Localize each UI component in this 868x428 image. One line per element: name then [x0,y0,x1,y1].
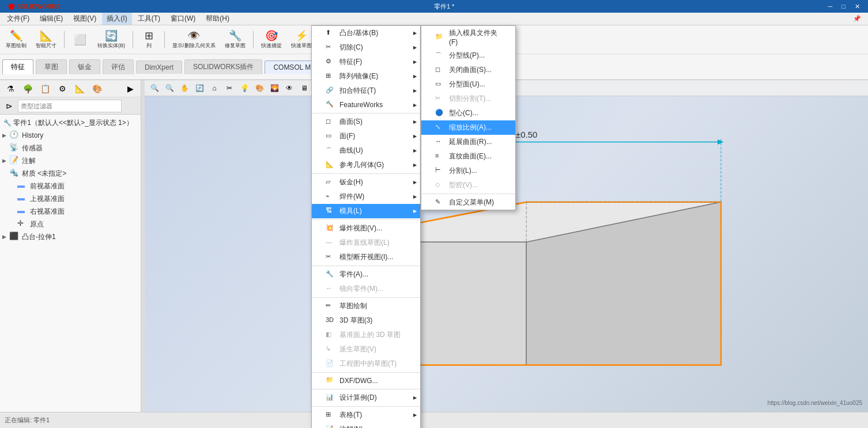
insert-dxf[interactable]: 📁 DXF/DWG... [312,374,420,388]
insert-explode-line[interactable]: — 爆炸直线草图(L) [312,236,420,250]
view-appearance[interactable]: 🎨 [253,82,266,94]
mold-insert-folder[interactable]: 📁 插入模具文件夹(F) [421,26,515,48]
view-pan[interactable]: ✋ [178,82,191,94]
panel-icon-propmgr[interactable]: 📋 [38,82,52,96]
part-title[interactable]: 🔧 零件1（默认人<<默认>_显示状态 1>） [0,117,141,129]
panel-icon-display[interactable]: 🎨 [90,82,104,96]
tab-feature[interactable]: 特征 [2,59,33,74]
menu-file[interactable]: 文件(F) [2,13,34,25]
tree-item-extrude1[interactable]: ▶ ⬛ 凸台-拉伸1 [0,230,141,243]
view-zoom-out[interactable]: 🔍 [163,82,176,94]
insert-table[interactable]: ⊞ 表格(T) [312,408,420,422]
insert-explode-view[interactable]: 💥 爆炸视图(V)... [312,221,420,236]
mold-close-surface[interactable]: ◻ 关闭曲面(S)... [421,63,515,77]
toolbar-array[interactable]: ⊞ 列 [137,28,160,51]
panel-icon-featuretree[interactable]: 🌳 [21,82,35,96]
refgeom-icon: 📐 [326,161,335,170]
toolbar-quick-snap[interactable]: 🎯 快速捕捉 [258,28,285,51]
mold-split[interactable]: ⊢ 分割(L)... [421,164,515,178]
mold-custom-menu[interactable]: ✎ 自定义菜单(M) [421,195,515,210]
menu-tools[interactable]: 工具(T) [133,13,165,25]
filter-icon[interactable]: ⊳ [2,99,16,113]
insert-refgeom[interactable]: 📐 参考几何体(G) [312,158,420,172]
insert-cut[interactable]: ✂ 切除(C) [312,40,420,55]
insert-drawingsketch[interactable]: 📄 工程图中的草图(T) [312,357,420,371]
insert-weld[interactable]: ⌁ 焊件(W) [312,190,420,204]
tree-item-history[interactable]: ▶ 🕐 History [0,129,141,142]
left-panel: ⚗ 🌳 📋 ⚙ 📐 🎨 ▶ ⊳ 🔧 零件1（默认人<<默认>_显示状态 1>） … [0,80,141,412]
mirror-icon: ↔ [326,285,335,294]
cut-icon: ✂ [326,43,335,52]
tree-item-top-plane[interactable]: ▬ 上视基准面 [0,192,141,205]
insert-sheetmetal[interactable]: ▱ 钣金(H) [312,175,420,190]
toolbar-show-rel[interactable]: 👁️ 显示/删除几何关系 [169,28,219,51]
insert-3dsketchplane[interactable]: ◧ 基准面上的 3D 草图 [312,328,420,342]
view-rotate[interactable]: 🔄 [193,82,206,94]
sketch-icon: ✏ [326,302,335,311]
toolbar-smart-dim[interactable]: 📐 智能尺寸 [32,28,60,51]
insert-derivesketch[interactable]: ↳ 派生草图(V) [312,342,420,357]
toolbar-fix-sketch[interactable]: 🔧 修复草图 [221,28,249,51]
toolbar-sketch-draw[interactable]: ✏️ 草图绘制 [2,28,30,51]
tab-evaluate[interactable]: 评估 [103,59,134,74]
tab-sheet-metal[interactable]: 钣金 [69,59,100,74]
mold-parting-surface[interactable]: ▭ 分型面(U)... [421,77,515,92]
insert-annotation[interactable]: 📝 注解(N) [312,422,420,428]
mold-cut-split[interactable]: ✂ 切割分割(T)... [421,92,515,106]
mold-scale[interactable]: ⤡ 缩放比例(A)... [421,120,515,135]
insert-face[interactable]: ▭ 面(F) [312,129,420,143]
mold-parting-line[interactable]: ⌒ 分型线(P)... [421,48,515,63]
menu-window[interactable]: 窗口(W) [166,13,200,25]
tree-area: 🔧 零件1（默认人<<默认>_显示状态 1>） ▶ 🕐 History 📡 传感… [0,115,141,412]
insert-design[interactable]: 📊 设计算例(D) [312,391,420,405]
insert-surface[interactable]: ◻ 曲面(S) [312,115,420,129]
view-home[interactable]: ⌂ [208,82,221,94]
menu-insert[interactable]: 插入(I) [102,13,131,25]
panel-icon-dimxpert[interactable]: 📐 [73,82,86,96]
insert-mirror-part[interactable]: ↔ 镜向零件(M)... [312,282,420,296]
insert-pattern[interactable]: ⊞ 阵列/镜像(E) [312,69,420,84]
view-monitor[interactable]: 🖥 [298,82,311,94]
toolbar-convert[interactable]: 🔄 转换实体(B) [94,28,129,51]
view-scenes[interactable]: 🌄 [268,82,281,94]
filter-input[interactable] [18,100,122,112]
insert-featureworks[interactable]: 🔨 FeatureWorks [312,98,420,112]
insert-part[interactable]: 🔧 零件(A)... [312,267,420,282]
view-section[interactable]: ✂ [223,82,236,94]
tree-item-notes[interactable]: ▶ 📝 注解 [0,154,141,167]
derivesketch-icon: ↳ [326,345,335,354]
tree-item-right-plane[interactable]: ▬ 右视基准面 [0,205,141,218]
panel-icon-configmgr[interactable]: ⚙ [55,82,69,96]
tree-item-front-plane[interactable]: ▬ 前视基准面 [0,180,141,192]
part-icon: 🔧 [326,270,335,279]
insert-sketch[interactable]: ✏ 草图绘制 [312,299,420,313]
panel-icon-filter[interactable]: ⚗ [3,82,17,96]
menu-help[interactable]: 帮助(H) [201,13,234,25]
toolbar-entity[interactable]: ⬜ [69,32,92,47]
insert-mold[interactable]: 🏗 模具(L) [312,204,420,218]
insert-fastener[interactable]: 🔗 扣合特征(T) [312,84,420,98]
panel-expand-btn[interactable]: ▶ [123,82,137,96]
tab-sketch[interactable]: 草图 [36,59,67,74]
insert-break-view[interactable]: ✂ 模型断开视图(I)... [312,250,420,264]
menu-view[interactable]: 视图(V) [69,13,101,25]
window-controls[interactable]: ─ □ ✕ [825,3,863,10]
insert-curve[interactable]: ⌒ 曲线(U) [312,143,420,158]
insert-3dsketch[interactable]: 3D 3D 草图(3) [312,313,420,328]
mold-extend-surface[interactable]: ↔ 延展曲面(R)... [421,135,515,149]
view-display[interactable]: 💡 [238,82,251,94]
view-realview[interactable]: 👁 [283,82,296,94]
tab-dimxpert[interactable]: DimXpert [136,60,182,74]
tab-solidworks-addins[interactable]: SOLIDWORKS插件 [184,59,262,74]
insert-boss[interactable]: ⬆ 凸台/基体(B) [312,26,420,40]
view-zoom-in[interactable]: 🔍 [148,82,161,94]
tree-item-origin[interactable]: ✛ 原点 [0,218,141,230]
insert-feature[interactable]: ⚙ 特征(F) [312,55,420,69]
tree-item-material[interactable]: 🔩 材质 <未指定> [0,167,141,180]
menu-edit[interactable]: 编辑(E) [35,13,67,25]
custom-icon: ✎ [435,198,444,207]
mold-core[interactable]: 🔵 型心(C)... [421,106,515,120]
mold-ruled-surface[interactable]: ≡ 直纹曲面(E)... [421,149,515,164]
tree-item-sensors[interactable]: 📡 传感器 [0,142,141,154]
mold-cavity[interactable]: ◇ 型腔(V)... [421,178,515,192]
